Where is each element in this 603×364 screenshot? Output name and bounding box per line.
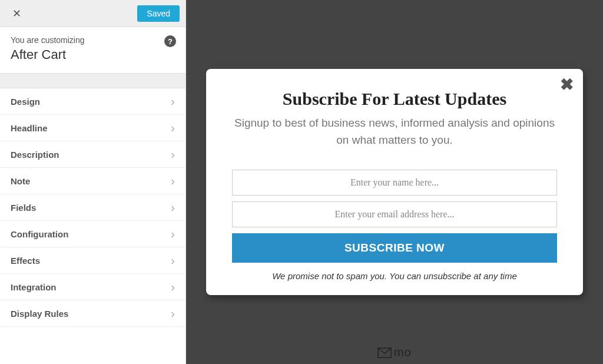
menu-item-label: Design <box>11 97 171 107</box>
sidebar-topbar: ✕ Saved <box>0 0 185 27</box>
help-icon[interactable]: ? <box>164 35 176 47</box>
popup-description: Signup to best of business news, informe… <box>232 115 557 148</box>
menu-item-label: Description <box>11 150 171 160</box>
customizing-label: You are customizing <box>11 35 175 45</box>
chevron-right-icon: › <box>171 281 175 293</box>
chevron-right-icon: › <box>171 201 175 213</box>
popup-close-button[interactable]: ✖ <box>560 75 574 94</box>
popup-title: Subscribe For Latest Updates <box>232 89 557 109</box>
chevron-right-icon: › <box>171 254 175 266</box>
menu-item-note[interactable]: Note › <box>0 168 185 194</box>
brand-text: mo <box>394 346 412 359</box>
menu-item-label: Configuration <box>11 229 171 239</box>
menu-item-design[interactable]: Design › <box>0 88 185 115</box>
subscribe-button[interactable]: SUBSCRIBE NOW <box>232 233 557 263</box>
chevron-right-icon: › <box>171 148 175 160</box>
menu-item-effects[interactable]: Effects › <box>0 247 185 274</box>
menu-item-label: Effects <box>11 256 171 266</box>
popup-note: We promise not to spam you. You can unsu… <box>232 271 557 281</box>
chevron-right-icon: › <box>171 175 175 187</box>
menu-item-headline[interactable]: Headline › <box>0 115 185 141</box>
menu-item-configuration[interactable]: Configuration › <box>0 221 185 247</box>
email-input[interactable] <box>232 201 557 227</box>
name-input[interactable] <box>232 170 557 196</box>
menu-item-label: Note <box>11 176 171 186</box>
chevron-right-icon: › <box>171 228 175 240</box>
menu-item-label: Display Rules <box>11 309 171 319</box>
menu-item-integration[interactable]: Integration › <box>0 274 185 300</box>
subscribe-popup: ✖ Subscribe For Latest Updates Signup to… <box>206 69 583 295</box>
menu-item-label: Fields <box>11 203 171 213</box>
chevron-right-icon: › <box>171 122 175 134</box>
customizer-sidebar: ✕ Saved ? You are customizing After Cart… <box>0 0 186 364</box>
preview-pane: ✖ Subscribe For Latest Updates Signup to… <box>186 0 603 364</box>
chevron-right-icon: › <box>171 307 175 319</box>
menu-item-label: Integration <box>11 282 171 292</box>
menu-item-label: Headline <box>11 123 171 133</box>
customizing-title: After Cart <box>11 47 175 62</box>
saved-button[interactable]: Saved <box>137 5 180 22</box>
customizer-header: ? You are customizing After Cart <box>0 27 185 73</box>
footer-brand: mo <box>377 346 412 359</box>
close-icon: ✖ <box>560 75 574 94</box>
sidebar-gap <box>0 73 185 88</box>
menu-item-display-rules[interactable]: Display Rules › <box>0 300 185 327</box>
menu-item-fields[interactable]: Fields › <box>0 194 185 221</box>
mail-icon <box>377 348 392 358</box>
customizer-menu: Design › Headline › Description › Note ›… <box>0 88 185 327</box>
close-icon: ✕ <box>12 7 21 20</box>
close-customizer-button[interactable]: ✕ <box>6 3 27 24</box>
menu-item-description[interactable]: Description › <box>0 141 185 168</box>
chevron-right-icon: › <box>171 95 175 107</box>
